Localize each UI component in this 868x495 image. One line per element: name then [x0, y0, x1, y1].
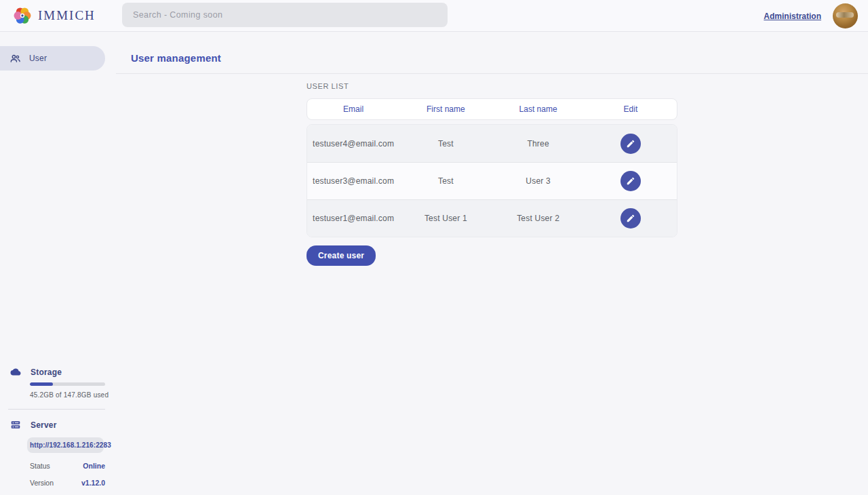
server-icon	[9, 420, 22, 430]
table-row: testuser4@email.com Test Three	[307, 125, 677, 162]
status-label: Status	[30, 462, 50, 470]
status-value: Online	[83, 462, 105, 470]
user-email: testuser1@email.com	[307, 214, 399, 223]
sidebar-footer: Storage 45.2GB of 147.8GB used Server	[0, 367, 116, 487]
edit-user-button[interactable]	[620, 208, 641, 229]
user-first-name: Test	[399, 176, 492, 186]
user-last-name: User 3	[492, 176, 585, 186]
version-label: Version	[30, 479, 54, 487]
column-header: Email	[307, 104, 399, 114]
brand[interactable]: IMMICH	[0, 5, 96, 26]
user-table: EmailFirst nameLast nameEdit testuser4@e…	[307, 98, 677, 237]
pencil-icon	[626, 214, 635, 223]
user-table-body: testuser4@email.com Test Three testuser3…	[307, 124, 677, 237]
storage-usage-text: 45.2GB of 147.8GB used	[30, 391, 116, 399]
table-row: testuser3@email.com Test User 3	[307, 162, 677, 199]
storage-header: Storage	[0, 367, 116, 377]
server-version-row: Version v1.12.0	[30, 470, 105, 487]
navbar-right: Administration	[764, 0, 858, 32]
storage-title: Storage	[31, 368, 62, 377]
administration-link[interactable]: Administration	[764, 12, 821, 21]
sidebar-item-user[interactable]: User	[0, 46, 105, 71]
server-url: http://192.168.1.216:2283	[27, 437, 104, 453]
edit-user-button[interactable]	[620, 134, 641, 154]
sidebar-divider	[8, 409, 105, 410]
people-icon	[9, 53, 21, 64]
version-value: v1.12.0	[81, 479, 105, 487]
page-title: User management	[131, 52, 868, 64]
immich-flower-logo	[12, 5, 33, 26]
create-user-button[interactable]: Create user	[307, 245, 376, 266]
top-navbar: IMMICH Administration	[0, 0, 868, 32]
pencil-icon	[626, 139, 635, 148]
edit-user-button[interactable]	[620, 171, 641, 191]
column-header: Last name	[492, 104, 585, 114]
storage-progress-bar	[30, 382, 105, 386]
column-header: Edit	[585, 104, 677, 114]
brand-name: IMMICH	[38, 8, 96, 23]
user-table-header: EmailFirst nameLast nameEdit	[307, 98, 677, 120]
server-header: Server	[0, 420, 116, 430]
user-email: testuser4@email.com	[307, 139, 399, 148]
user-last-name: Three	[492, 139, 585, 148]
storage-progress-fill	[30, 382, 53, 386]
avatar[interactable]	[833, 3, 858, 28]
table-row: testuser1@email.com Test User 1 Test Use…	[307, 199, 677, 237]
sidebar-item-label: User	[29, 54, 47, 63]
sidebar: User Storage 45.2GB of 147.8GB used	[0, 32, 116, 495]
pencil-icon	[626, 176, 635, 186]
user-first-name: Test User 1	[399, 214, 492, 223]
user-list-label: USER LIST	[307, 82, 868, 90]
user-list-section: USER LIST EmailFirst nameLast nameEdit t…	[116, 74, 868, 266]
column-header: First name	[399, 104, 492, 114]
user-first-name: Test	[399, 139, 492, 148]
server-title: Server	[31, 420, 57, 430]
user-email: testuser3@email.com	[307, 176, 399, 186]
main-content: User management USER LIST EmailFirst nam…	[116, 32, 868, 495]
search-input[interactable]	[122, 3, 448, 27]
server-status-row: Status Online	[30, 453, 105, 470]
user-last-name: Test User 2	[492, 214, 585, 223]
cloud-icon	[9, 367, 22, 377]
